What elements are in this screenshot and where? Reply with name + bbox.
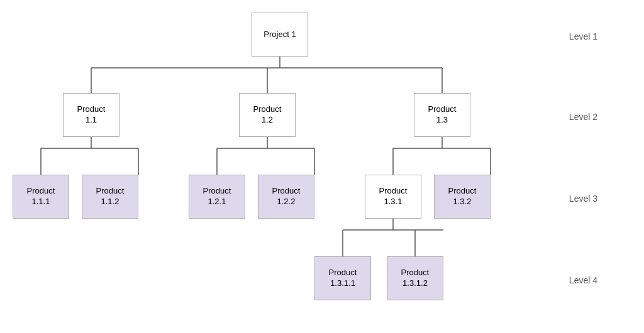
node-p121[interactable]: Product1.2.1 — [189, 175, 245, 219]
node-p132[interactable]: Product1.3.2 — [434, 175, 491, 219]
node-p1311[interactable]: Product1.3.1.1 — [314, 256, 371, 300]
node-project1[interactable]: Project 1 — [252, 13, 308, 57]
node-p112[interactable]: Product1.1.2 — [82, 175, 138, 219]
node-p11[interactable]: Product1.1 — [63, 93, 119, 137]
node-p13[interactable]: Product1.3 — [414, 93, 470, 137]
node-p111[interactable]: Product1.1.1 — [13, 175, 69, 219]
level-2-label: Level 2 — [569, 112, 597, 122]
node-p1312[interactable]: Product1.3.1.2 — [387, 256, 443, 300]
diagram-container: Level 1 Level 2 Level 3 Level 4 Project … — [0, 0, 604, 333]
level-4-label: Level 4 — [569, 275, 597, 285]
node-p131[interactable]: Product1.3.1 — [365, 175, 421, 219]
node-p12[interactable]: Product1.2 — [239, 93, 296, 137]
level-1-label: Level 1 — [569, 31, 597, 41]
level-3-label: Level 3 — [569, 194, 597, 204]
node-p122[interactable]: Product1.2.2 — [258, 175, 314, 219]
